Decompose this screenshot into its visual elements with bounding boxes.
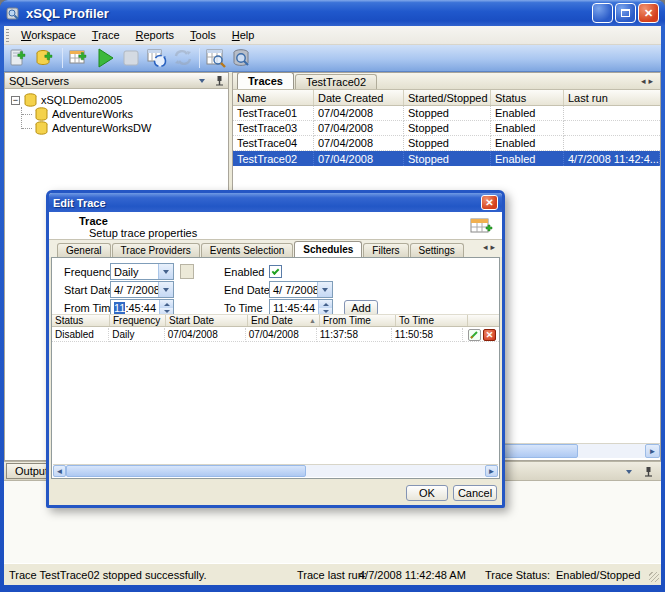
menu-grip [6, 29, 9, 42]
minimize-button[interactable]: _ [592, 3, 613, 23]
menu-trace[interactable]: Trace [84, 27, 128, 43]
disabled-box [180, 264, 194, 279]
pin-icon[interactable] [644, 466, 653, 477]
dialog-close-icon[interactable]: ✕ [481, 195, 498, 210]
column-header-started-stopped[interactable]: Started/Stopped [404, 90, 491, 105]
add-server-icon[interactable] [7, 46, 33, 71]
new-trace-icon[interactable] [66, 46, 92, 71]
tab-scroll-arrows[interactable]: ◂▸ [641, 76, 656, 86]
tab-scroll-arrows[interactable]: ◂▸ [483, 242, 498, 252]
column-header-from-time[interactable]: From Time [320, 315, 396, 326]
status-trace-status-label: Trace Status: [485, 569, 550, 581]
status-last-run-value: 4/7/2008 11:42:48 AM [359, 569, 466, 581]
cancel-button[interactable]: Cancel [453, 485, 497, 501]
checkbox-checked-icon [272, 267, 280, 275]
find-database-icon[interactable] [229, 46, 255, 71]
dialog-tabs: General Trace Providers Events Selection… [49, 240, 502, 257]
view-trace-data-icon[interactable] [203, 46, 229, 71]
close-button[interactable]: ✕ [638, 3, 659, 23]
resize-grip[interactable] [649, 572, 659, 582]
start-date-label: Start Date [64, 284, 114, 296]
scroll-left-icon[interactable]: ◄ [53, 465, 66, 477]
tab-testtrace02[interactable]: TestTrace02 [295, 74, 377, 89]
tree-item-label: AdventureWorks [52, 108, 133, 120]
frequency-label: Frequency [64, 266, 116, 278]
table-row[interactable]: TestTrace01 07/04/2008 Stopped Enabled [233, 106, 660, 121]
column-header-name[interactable]: Name [233, 90, 314, 105]
start-date-picker[interactable]: 4/ 7/2008 [110, 281, 174, 298]
start-trace-icon[interactable] [92, 46, 118, 71]
table-row-selected[interactable]: TestTrace02 07/04/2008 Stopped Enabled 4… [233, 151, 660, 166]
chevron-down-icon[interactable] [626, 470, 632, 477]
window-title: xSQL Profiler [26, 6, 590, 21]
end-date-picker[interactable]: 4/ 7/2008 [269, 281, 333, 298]
column-header-status[interactable]: Status [52, 315, 110, 326]
scrollbar-track[interactable] [306, 465, 485, 477]
chevron-down-icon[interactable] [317, 282, 332, 297]
column-header-to-time[interactable]: To Time [396, 315, 468, 326]
traces-grid-header: Name Date Created Started/Stopped Status… [233, 90, 660, 106]
tree-item-database[interactable]: AdventureWorksDW [5, 121, 228, 135]
menu-reports[interactable]: Reports [128, 27, 183, 43]
app-window: xSQL Profiler _ ✕ Workspace Trace Report… [0, 0, 665, 592]
app-icon [6, 6, 21, 21]
ok-button[interactable]: OK [406, 485, 448, 501]
tree-item-label: AdventureWorksDW [52, 122, 151, 134]
menu-workspace[interactable]: Workspace [13, 27, 84, 43]
chevron-down-icon[interactable] [158, 282, 173, 297]
enabled-checkbox[interactable] [269, 265, 282, 278]
scroll-right-icon[interactable]: ► [485, 465, 498, 477]
column-header-end-date[interactable]: End Date▲ [248, 315, 320, 326]
scroll-right-icon[interactable]: ► [645, 444, 660, 458]
sqlservers-panel-title: SQLServers [9, 75, 199, 87]
column-header-frequency[interactable]: Frequency [110, 315, 166, 326]
dialog-title: Edit Trace [53, 197, 481, 209]
tab-schedules[interactable]: Schedules [294, 241, 362, 257]
chevron-down-icon[interactable] [158, 264, 173, 279]
end-date-label: End Date [224, 284, 270, 296]
table-row[interactable]: TestTrace04 07/04/2008 Stopped Enabled [233, 136, 660, 151]
add-database-icon[interactable] [33, 46, 59, 71]
scrollbar-thumb[interactable] [66, 465, 306, 477]
table-row[interactable]: TestTrace03 07/04/2008 Stopped Enabled [233, 121, 660, 136]
collapse-icon[interactable]: − [11, 96, 20, 105]
frequency-dropdown[interactable]: Daily [110, 263, 174, 280]
chevron-down-icon[interactable] [199, 79, 205, 86]
tab-filters[interactable]: Filters [363, 243, 408, 257]
dialog-horizontal-scrollbar[interactable]: ◄ ► [53, 464, 498, 477]
column-header-last-run[interactable]: Last run [564, 90, 660, 105]
tab-traces[interactable]: Traces [237, 72, 294, 89]
refresh-trace-icon[interactable] [144, 46, 170, 71]
column-header-date-created[interactable]: Date Created [314, 90, 404, 105]
scrollbar-track[interactable] [578, 444, 645, 458]
from-time-label: From Time [64, 302, 117, 314]
sqlservers-panel-header: SQLServers [5, 73, 228, 89]
spinner-buttons[interactable] [159, 300, 173, 315]
database-icon [35, 107, 48, 121]
toolbar [4, 45, 661, 72]
tab-general[interactable]: General [57, 243, 111, 257]
menu-help[interactable]: Help [224, 27, 263, 43]
menu-tools[interactable]: Tools [182, 27, 224, 43]
stop-trace-icon[interactable] [118, 46, 144, 71]
title-bar: xSQL Profiler _ ✕ [0, 0, 665, 26]
status-message: Trace TestTrace02 stopped successfully. [9, 569, 206, 581]
delete-schedule-icon[interactable]: ✕ [483, 329, 496, 341]
maximize-button[interactable] [615, 3, 636, 23]
schedule-grid-header: Status Frequency Start Date End Date▲ Fr… [52, 314, 499, 327]
tree-item-server[interactable]: − xSQLDemo2005 [5, 93, 228, 107]
tab-events-selection[interactable]: Events Selection [201, 243, 294, 257]
column-header-status[interactable]: Status [491, 90, 564, 105]
trace-grid-icon [470, 216, 494, 236]
dialog-header-title: Trace [79, 215, 108, 227]
edit-schedule-icon[interactable] [468, 329, 481, 341]
menu-bar: Workspace Trace Reports Tools Help [4, 26, 661, 45]
sync-trace-icon[interactable] [170, 46, 196, 71]
spinner-buttons[interactable] [318, 300, 332, 315]
column-header-start-date[interactable]: Start Date [166, 315, 248, 326]
tab-settings[interactable]: Settings [410, 243, 464, 257]
tab-trace-providers[interactable]: Trace Providers [112, 243, 200, 257]
pin-icon[interactable] [215, 75, 224, 86]
schedule-row[interactable]: Disabled Daily 07/04/2008 07/04/2008 11:… [52, 328, 499, 342]
tree-item-database[interactable]: AdventureWorks [5, 107, 228, 121]
